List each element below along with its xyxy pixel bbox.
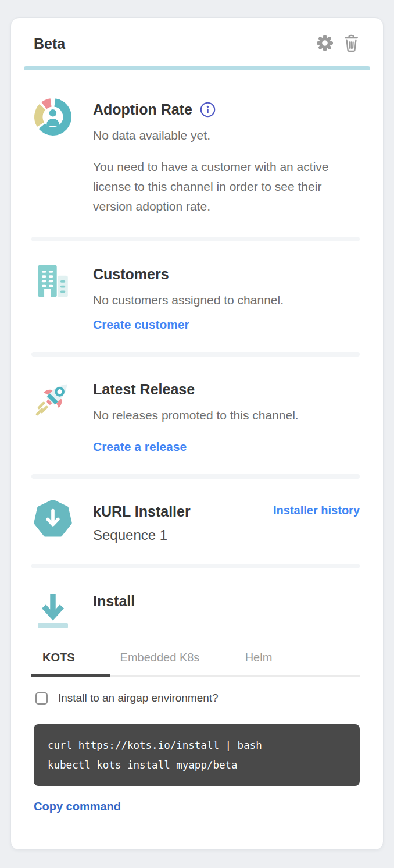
section-adoption-rate: Adoption Rate No data available yet. You… [11, 70, 383, 237]
delete-button[interactable] [343, 34, 360, 54]
section-divider [31, 237, 360, 241]
section-kurl-installer: kURL Installer Sequence 1 Installer hist… [11, 479, 383, 564]
buildings-icon [34, 262, 72, 303]
adoption-empty-title: No data available yet. [93, 126, 360, 145]
section-divider [31, 474, 360, 479]
release-title: Latest Release [93, 380, 195, 398]
adoption-title-row: Adoption Rate [93, 101, 360, 118]
airgap-option-row: Install to an airgap environment? [35, 692, 360, 705]
installer-sequence: Sequence 1 [93, 527, 191, 543]
adoption-title: Adoption Rate [93, 101, 192, 118]
command-line: kubectl kots install myapp/beta [48, 755, 346, 775]
install-title: Install [93, 592, 135, 610]
install-tab-bar: KOTS Embedded K8s Helm [31, 651, 360, 677]
tab-kots[interactable]: KOTS [31, 651, 110, 677]
trash-icon [343, 34, 360, 54]
info-icon[interactable] [200, 102, 216, 118]
section-divider [31, 564, 360, 568]
card-header: Beta [11, 18, 383, 66]
adoption-icon-col [34, 98, 72, 216]
install-command-codeblock[interactable]: curl https://kots.io/install | bashkubec… [34, 724, 360, 786]
page-background: Beta [0, 0, 394, 859]
header-actions [316, 34, 360, 54]
release-icon-col [34, 378, 72, 454]
download-arrow-icon [32, 589, 74, 634]
tab-embedded-k8s[interactable]: Embedded K8s [110, 651, 209, 675]
customers-icon-col [34, 262, 72, 332]
section-latest-release: Latest Release No releases promoted to t… [11, 357, 383, 474]
section-customers: Customers No customers assigned to chann… [11, 241, 383, 352]
section-divider [31, 352, 360, 357]
install-icon-col [34, 589, 72, 634]
release-empty-text: No releases promoted to this channel. [93, 405, 360, 425]
copy-command-link[interactable]: Copy command [34, 800, 121, 813]
channel-title: Beta [34, 35, 65, 52]
settings-button[interactable] [316, 34, 334, 54]
airgap-label[interactable]: Install to an airgap environment? [58, 692, 219, 705]
adoption-rate-donut-icon [34, 98, 72, 138]
channel-accent-bar [24, 66, 370, 70]
airgap-checkbox[interactable] [35, 692, 48, 705]
kurl-title: kURL Installer [93, 503, 191, 520]
rocket-icon [32, 378, 74, 422]
kurl-heptagon-download-icon [34, 500, 72, 540]
create-release-link[interactable]: Create a release [93, 440, 187, 454]
channel-card: Beta [10, 17, 384, 850]
customers-empty-text: No customers assigned to channel. [93, 290, 360, 310]
adoption-empty-body: You need to have a customer with an acti… [93, 157, 360, 216]
customers-title: Customers [93, 265, 169, 283]
kurl-icon-col [34, 500, 72, 543]
command-line: curl https://kots.io/install | bash [48, 735, 346, 755]
gear-icon [316, 34, 334, 54]
section-install: Install [11, 568, 383, 634]
installer-history-link[interactable]: Installer history [273, 504, 360, 517]
create-customer-link[interactable]: Create customer [93, 318, 189, 332]
tab-helm[interactable]: Helm [209, 651, 308, 675]
